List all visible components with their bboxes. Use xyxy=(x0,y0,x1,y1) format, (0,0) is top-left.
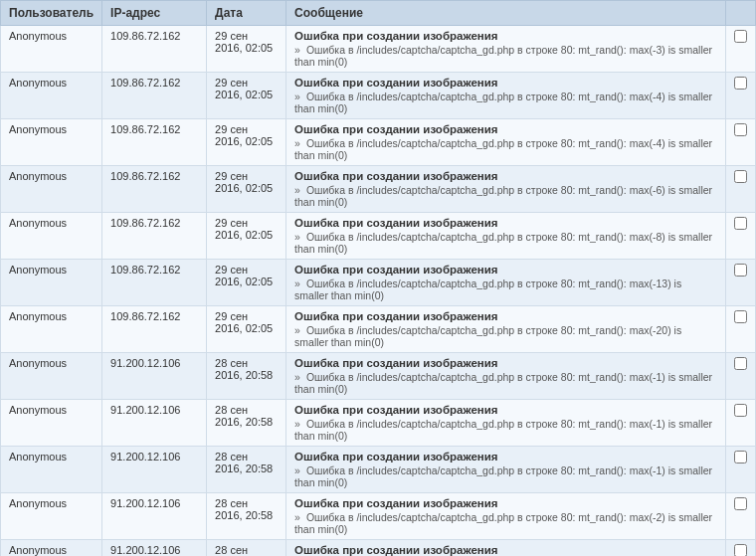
arrow-icon: » xyxy=(294,91,303,102)
error-title: Ошибка при создании изображения xyxy=(294,264,717,276)
table-row: Anonymous91.200.12.10628 сен 2016, 20:58… xyxy=(1,493,756,540)
cell-checkbox[interactable] xyxy=(726,540,756,557)
table-row: Anonymous109.86.72.16229 сен 2016, 02:05… xyxy=(1,166,756,213)
cell-ip: 91.200.12.106 xyxy=(102,447,207,493)
cell-user: Anonymous xyxy=(1,26,102,73)
cell-user: Anonymous xyxy=(1,119,102,166)
table-row: Anonymous91.200.12.10628 сен 2016, 20:58… xyxy=(1,540,756,557)
error-title: Ошибка при создании изображения xyxy=(294,77,717,89)
cell-message: Ошибка при создании изображения» Ошибка … xyxy=(286,447,726,493)
error-title: Ошибка при создании изображения xyxy=(294,123,717,135)
cell-checkbox[interactable] xyxy=(726,26,756,73)
header-date: Дата xyxy=(207,1,286,26)
header-checkbox xyxy=(726,1,756,26)
cell-date: 28 сен 2016, 20:58 xyxy=(207,540,286,557)
cell-date: 28 сен 2016, 20:58 xyxy=(207,353,286,400)
arrow-icon: » xyxy=(294,371,303,383)
cell-message: Ошибка при создании изображения» Ошибка … xyxy=(286,306,726,353)
row-checkbox[interactable] xyxy=(734,30,747,43)
table-row: Anonymous91.200.12.10628 сен 2016, 20:58… xyxy=(1,353,756,400)
error-detail: » Ошибка в /includes/captcha/captcha_gd.… xyxy=(294,511,717,535)
cell-checkbox[interactable] xyxy=(726,119,756,166)
arrow-icon: » xyxy=(294,324,303,336)
error-title: Ошибка при создании изображения xyxy=(294,544,717,556)
arrow-icon: » xyxy=(294,137,303,149)
table-row: Anonymous109.86.72.16229 сен 2016, 02:05… xyxy=(1,26,756,73)
cell-message: Ошибка при создании изображения» Ошибка … xyxy=(286,213,726,260)
cell-date: 29 сен 2016, 02:05 xyxy=(207,26,286,73)
row-checkbox[interactable] xyxy=(734,123,747,136)
error-detail: » Ошибка в /includes/captcha/captcha_gd.… xyxy=(294,44,717,68)
table-row: Anonymous109.86.72.16229 сен 2016, 02:05… xyxy=(1,73,756,119)
cell-user: Anonymous xyxy=(1,73,102,119)
cell-checkbox[interactable] xyxy=(726,73,756,119)
table-row: Anonymous109.86.72.16229 сен 2016, 02:05… xyxy=(1,260,756,306)
cell-user: Anonymous xyxy=(1,493,102,540)
table-row: Anonymous91.200.12.10628 сен 2016, 20:58… xyxy=(1,400,756,447)
cell-checkbox[interactable] xyxy=(726,493,756,540)
arrow-icon: » xyxy=(294,418,303,430)
header-message: Сообщение xyxy=(286,1,726,26)
cell-message: Ошибка при создании изображения» Ошибка … xyxy=(286,353,726,400)
row-checkbox[interactable] xyxy=(734,404,747,417)
cell-checkbox[interactable] xyxy=(726,353,756,400)
cell-message: Ошибка при создании изображения» Ошибка … xyxy=(286,119,726,166)
cell-message: Ошибка при создании изображения» Ошибка … xyxy=(286,166,726,213)
cell-date: 29 сен 2016, 02:05 xyxy=(207,213,286,260)
cell-message: Ошибка при создании изображения» Ошибка … xyxy=(286,540,726,557)
cell-ip: 109.86.72.162 xyxy=(102,260,207,306)
error-title: Ошибка при создании изображения xyxy=(294,217,717,229)
cell-checkbox[interactable] xyxy=(726,306,756,353)
error-detail: » Ошибка в /includes/captcha/captcha_gd.… xyxy=(294,184,717,208)
cell-ip: 109.86.72.162 xyxy=(102,213,207,260)
cell-ip: 109.86.72.162 xyxy=(102,73,207,119)
error-detail: » Ошибка в /includes/captcha/captcha_gd.… xyxy=(294,464,717,488)
cell-ip: 91.200.12.106 xyxy=(102,400,207,447)
arrow-icon: » xyxy=(294,231,303,243)
arrow-icon: » xyxy=(294,464,303,476)
table-row: Anonymous109.86.72.16229 сен 2016, 02:05… xyxy=(1,119,756,166)
row-checkbox[interactable] xyxy=(734,170,747,183)
table-row: Anonymous109.86.72.16229 сен 2016, 02:05… xyxy=(1,306,756,353)
cell-ip: 91.200.12.106 xyxy=(102,353,207,400)
cell-user: Anonymous xyxy=(1,353,102,400)
error-detail: » Ошибка в /includes/captcha/captcha_gd.… xyxy=(294,278,717,301)
error-title: Ошибка при создании изображения xyxy=(294,30,717,42)
arrow-icon: » xyxy=(294,511,303,523)
cell-user: Anonymous xyxy=(1,306,102,353)
cell-checkbox[interactable] xyxy=(726,447,756,493)
row-checkbox[interactable] xyxy=(734,544,747,556)
cell-checkbox[interactable] xyxy=(726,213,756,260)
cell-message: Ошибка при создании изображения» Ошибка … xyxy=(286,493,726,540)
table-row: Anonymous91.200.12.10628 сен 2016, 20:58… xyxy=(1,447,756,493)
cell-checkbox[interactable] xyxy=(726,400,756,447)
row-checkbox[interactable] xyxy=(734,77,747,90)
row-checkbox[interactable] xyxy=(734,357,747,370)
error-title: Ошибка при создании изображения xyxy=(294,170,717,182)
cell-date: 29 сен 2016, 02:05 xyxy=(207,73,286,119)
cell-user: Anonymous xyxy=(1,213,102,260)
cell-user: Anonymous xyxy=(1,166,102,213)
row-checkbox[interactable] xyxy=(734,264,747,277)
table-header-row: Пользователь IP-адрес Дата Сообщение xyxy=(1,1,756,26)
cell-checkbox[interactable] xyxy=(726,166,756,213)
cell-date: 28 сен 2016, 20:58 xyxy=(207,447,286,493)
error-detail: » Ошибка в /includes/captcha/captcha_gd.… xyxy=(294,91,717,114)
header-ip: IP-адрес xyxy=(102,1,207,26)
cell-ip: 109.86.72.162 xyxy=(102,166,207,213)
row-checkbox[interactable] xyxy=(734,310,747,323)
cell-user: Anonymous xyxy=(1,400,102,447)
error-detail: » Ошибка в /includes/captcha/captcha_gd.… xyxy=(294,137,717,161)
cell-date: 29 сен 2016, 02:05 xyxy=(207,260,286,306)
cell-date: 28 сен 2016, 20:58 xyxy=(207,400,286,447)
error-title: Ошибка при создании изображения xyxy=(294,404,717,416)
error-detail: » Ошибка в /includes/captcha/captcha_gd.… xyxy=(294,418,717,442)
cell-message: Ошибка при создании изображения» Ошибка … xyxy=(286,73,726,119)
row-checkbox[interactable] xyxy=(734,451,747,463)
error-title: Ошибка при создании изображения xyxy=(294,497,717,509)
cell-message: Ошибка при создании изображения» Ошибка … xyxy=(286,400,726,447)
cell-user: Anonymous xyxy=(1,447,102,493)
row-checkbox[interactable] xyxy=(734,217,747,230)
row-checkbox[interactable] xyxy=(734,497,747,510)
cell-checkbox[interactable] xyxy=(726,260,756,306)
